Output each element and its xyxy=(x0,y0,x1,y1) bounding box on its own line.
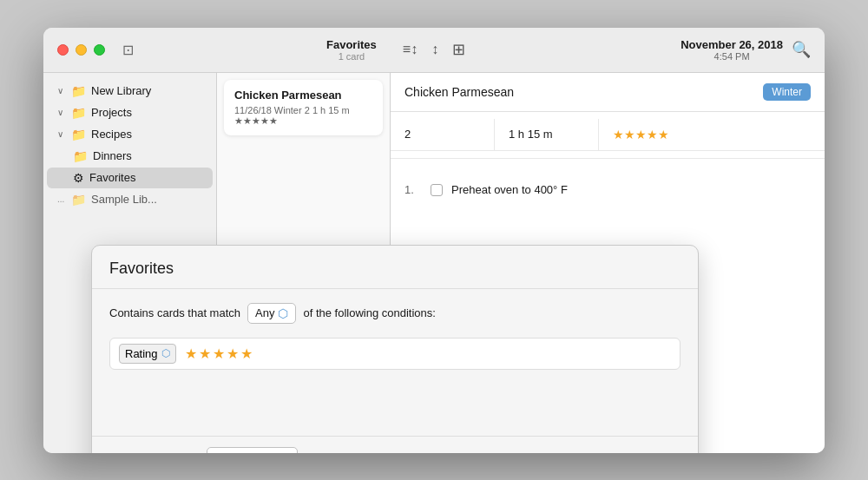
sidebar-item-label: Favorites xyxy=(89,171,135,184)
folder-icon: 📁 xyxy=(73,149,88,163)
sidebar-item-recipes[interactable]: ∨ 📁 Recipes xyxy=(47,124,213,145)
rule-select-arrow: ⬡ xyxy=(161,347,170,359)
smart-folder-icon: ⚙ xyxy=(73,171,84,185)
sort-icon[interactable]: ↕ xyxy=(431,42,438,57)
folder-icon: 📁 xyxy=(71,128,86,141)
titlebar: ⊡ Favorites 1 card ≡↕ ↕ ⊞ November 26, 2… xyxy=(43,28,825,73)
sidebar-item-favorites[interactable]: ⚙ Favorites xyxy=(47,168,213,188)
smart-folder-title: Favorites xyxy=(109,260,174,277)
minimize-button[interactable] xyxy=(76,44,87,56)
sidebar-item-label: New Library xyxy=(91,84,151,97)
select-arrow-icon: ⬡ xyxy=(278,306,288,320)
folder-icon: 📁 xyxy=(71,84,86,98)
card-item[interactable]: Chicken Parmesean 11/26/18 Winter 2 1 h … xyxy=(224,80,383,135)
condition-row: Contains cards that match Any ⬡ of the f… xyxy=(109,303,681,324)
section-title: Favorites xyxy=(326,38,377,51)
titlebar-center: Favorites 1 card ≡↕ ↕ ⊞ xyxy=(134,38,667,62)
card-title: Chicken Parmesean xyxy=(234,89,372,102)
detail-cell-servings: 2 xyxy=(391,119,495,150)
titlebar-controls: ≡↕ ↕ ⊞ xyxy=(394,40,474,59)
footer-select-arrow: ⬡ xyxy=(281,451,290,453)
chevron-icon: ∨ xyxy=(57,86,68,95)
match-select[interactable]: Any ⬡ xyxy=(247,303,296,324)
close-button[interactable] xyxy=(57,44,69,56)
detail-cell-time: 1 h 15 m xyxy=(495,119,599,150)
condition-suffix: of the following conditions: xyxy=(303,306,435,319)
chevron-icon: ∨ xyxy=(57,108,68,117)
chevron-icon: ... xyxy=(57,194,68,204)
sidebar-item-label: Dinners xyxy=(93,149,132,162)
rating-stars: ★★★★★ xyxy=(613,128,669,141)
sidebar-item-label: Recipes xyxy=(91,128,132,141)
smart-empty-area xyxy=(92,384,698,436)
step-item: 1. Preheat oven to 400° F xyxy=(404,183,811,196)
sidebar-item-label: Sample Lib... xyxy=(91,193,157,206)
condition-prefix: Contains cards that match xyxy=(109,306,240,319)
sidebar-item-dinners[interactable]: 📁 Dinners xyxy=(47,146,213,167)
footer-scope-select[interactable]: 📁 Recipes ⬡ xyxy=(207,447,298,453)
folder-icon: 📁 xyxy=(71,106,86,120)
detail-table: 2 1 h 15 m ★★★★★ xyxy=(391,112,825,159)
main-window: ⊡ Favorites 1 card ≡↕ ↕ ⊞ November 26, 2… xyxy=(43,28,825,453)
titlebar-right: November 26, 2018 4:54 PM 🔍 xyxy=(667,38,825,62)
sidebar-item-projects[interactable]: ∨ 📁 Projects xyxy=(47,102,213,123)
footer-prefix: Limit searches to: xyxy=(109,451,198,453)
detail-header: Chicken Parmesean Winter xyxy=(391,73,825,112)
add-icon[interactable]: ⊞ xyxy=(452,40,465,59)
step-checkbox[interactable] xyxy=(431,184,443,196)
step-text: Preheat oven to 400° F xyxy=(451,183,568,196)
tag-badge[interactable]: Winter xyxy=(763,83,811,101)
date-section: November 26, 2018 4:54 PM xyxy=(681,38,783,62)
detail-cell-rating: ★★★★★ xyxy=(599,119,703,150)
sidebar-item-label: Projects xyxy=(91,106,132,119)
date-text: November 26, 2018 xyxy=(681,38,783,51)
smart-rule-row: Rating ⬡ ★★★★★ xyxy=(109,338,681,370)
section-info: Favorites 1 card xyxy=(326,38,377,62)
folder-icon: 📁 xyxy=(214,451,228,453)
step-number: 1. xyxy=(404,183,422,196)
detail-row: 2 1 h 15 m ★★★★★ xyxy=(391,119,825,151)
match-value: Any xyxy=(255,306,274,319)
footer-scope-label: Recipes xyxy=(233,451,274,453)
sidebar-item-new-library[interactable]: ∨ 📁 New Library xyxy=(47,81,213,102)
rule-field-select[interactable]: Rating ⬡ xyxy=(119,344,176,364)
smart-overlay-header: Favorites xyxy=(92,246,698,289)
detail-spacer xyxy=(391,159,825,173)
sidebar-toggle-icon[interactable]: ⊡ xyxy=(122,42,134,58)
maximize-button[interactable] xyxy=(94,44,105,56)
card-meta: 11/26/18 Winter 2 1 h 15 m ★★★★★ xyxy=(234,105,372,127)
detail-steps: 1. Preheat oven to 400° F xyxy=(391,173,825,207)
search-icon[interactable]: 🔍 xyxy=(792,40,811,59)
smart-footer: Limit searches to: 📁 Recipes ⬡ xyxy=(92,436,698,453)
list-icon[interactable]: ≡↕ xyxy=(403,42,418,57)
section-sub: 1 card xyxy=(339,51,365,62)
smart-body: Contains cards that match Any ⬡ of the f… xyxy=(92,289,698,384)
time-text: 4:54 PM xyxy=(681,51,783,62)
chevron-icon: ∨ xyxy=(57,129,68,139)
smart-folder-overlay: Favorites Contains cards that match Any … xyxy=(91,245,699,453)
sidebar-item-sample[interactable]: ... 📁 Sample Lib... xyxy=(47,189,213,210)
rule-field-label: Rating xyxy=(125,347,158,360)
traffic-lights xyxy=(43,44,119,56)
detail-title: Chicken Parmesean xyxy=(404,85,753,99)
rule-value-stars: ★★★★★ xyxy=(185,345,254,362)
folder-icon: 📁 xyxy=(71,193,86,207)
